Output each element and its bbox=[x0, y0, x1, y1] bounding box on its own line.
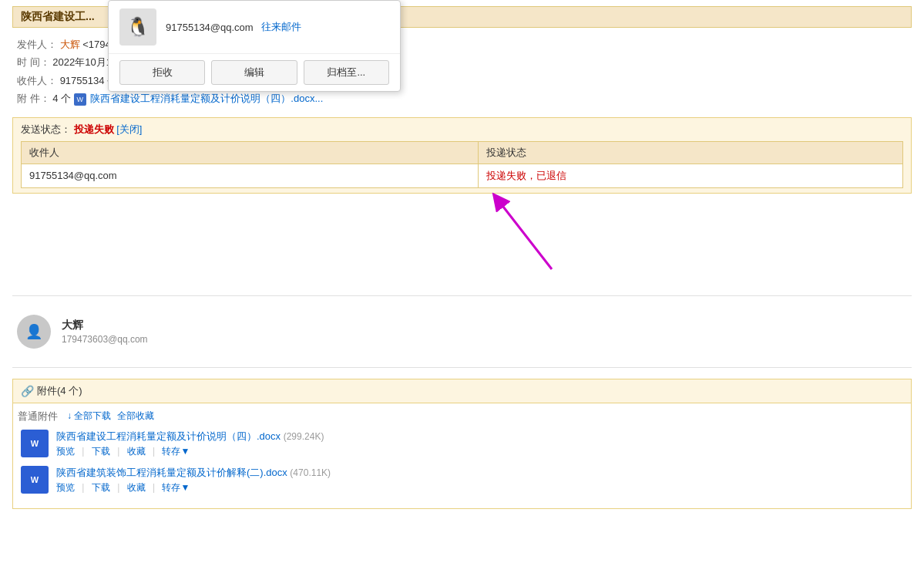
attach-size-2: (470.11K) bbox=[290, 467, 331, 478]
archive-button[interactable]: 归档至... bbox=[304, 60, 389, 85]
attach-details-2: 陕西省建筑装饰工程消耗量定额及计价解释(二).docx (470.11K) 预览… bbox=[56, 466, 331, 494]
save-link-2[interactable]: 转存▼ bbox=[162, 482, 190, 493]
arrow-annotation-area bbox=[12, 200, 912, 285]
attachments-body: 普通附件 ↓ 全部下载 全部收藏 W 陕西省建设工程消耗量定额及计价说明（四）.… bbox=[12, 403, 912, 509]
attach-item-2: W 陕西省建筑装饰工程消耗量定额及计价解释(二).docx (470.11K) … bbox=[18, 466, 906, 494]
preview-link-1[interactable]: 预览 bbox=[56, 446, 75, 457]
attach-details-1: 陕西省建设工程消耗量定额及计价说明（四）.docx (299.24K) 预览 |… bbox=[56, 430, 324, 458]
attach-category-actions: ↓ 全部下载 全部收藏 bbox=[64, 410, 154, 423]
clip-icon: 🔗 bbox=[21, 385, 34, 397]
attach-icon-letter-2: W bbox=[31, 475, 39, 484]
delivery-title-row: 发送状态： 投递失败 [关闭] bbox=[21, 123, 903, 137]
attachment-name-link[interactable]: 陕西省建设工程消耗量定额及计价说明（四）.docx... bbox=[90, 93, 323, 104]
attachments-divider bbox=[12, 367, 912, 368]
delivery-status-text: 投递失败 bbox=[74, 123, 114, 135]
attach-size-1: (299.24K) bbox=[284, 431, 324, 442]
email-subject: 陕西省建设工... bbox=[21, 10, 95, 22]
delivery-title-text: 发送状态： bbox=[21, 123, 71, 135]
attach-category: 普通附件 ↓ 全部下载 全部收藏 bbox=[18, 410, 906, 423]
attachment-label: 附 件： bbox=[17, 93, 50, 104]
attach-actions-2: 预览 | 下载 | 收藏 | 转存▼ bbox=[56, 481, 331, 494]
attachments-header-text: 附件(4 个) bbox=[37, 384, 82, 398]
delivery-close-link[interactable]: [关闭] bbox=[116, 123, 142, 135]
signature-avatar: 👤 bbox=[17, 315, 51, 349]
edit-button[interactable]: 编辑 bbox=[211, 60, 297, 85]
delivery-row: 91755134@qq.com 投递失败，已退信 bbox=[22, 164, 903, 187]
attachment-icon: W bbox=[74, 93, 86, 106]
attach-actions-1: 预览 | 下载 | 收藏 | 转存▼ bbox=[56, 445, 324, 458]
col-recipient: 收件人 bbox=[22, 141, 479, 164]
collect-link-2[interactable]: 收藏 bbox=[127, 482, 146, 493]
contact-mail-link[interactable]: 往来邮件 bbox=[261, 20, 301, 34]
attach-icon-letter-1: W bbox=[31, 439, 39, 448]
signature-name: 大辉 bbox=[62, 319, 148, 332]
download-all-link[interactable]: ↓ 全部下载 bbox=[67, 410, 111, 421]
attach-name-1: 陕西省建设工程消耗量定额及计价说明（四）.docx (299.24K) bbox=[56, 430, 324, 443]
download-link-1[interactable]: 下载 bbox=[92, 446, 110, 457]
sender-name[interactable]: 大辉 bbox=[60, 39, 80, 50]
attachment-count: 4 个 bbox=[52, 93, 71, 104]
arrow-svg bbox=[475, 184, 613, 277]
category-label: 普通附件 bbox=[18, 410, 58, 423]
attach-icon-1: W bbox=[21, 430, 49, 457]
attach-name-link-2[interactable]: 陕西省建筑装饰工程消耗量定额及计价解释(二).docx bbox=[56, 467, 287, 478]
attach-name-2: 陕西省建筑装饰工程消耗量定额及计价解释(二).docx (470.11K) bbox=[56, 466, 331, 480]
delivery-section: 发送状态： 投递失败 [关闭] 收件人 投递状态 91755134@qq.com… bbox=[12, 117, 912, 194]
save-link-1[interactable]: 转存▼ bbox=[162, 446, 190, 457]
sender-signature: 👤 大辉 179473603@qq.com bbox=[12, 307, 912, 356]
attach-item-1: W 陕西省建设工程消耗量定额及计价说明（四）.docx (299.24K) 预览… bbox=[18, 430, 906, 458]
attachments-header: 🔗 附件(4 个) bbox=[12, 379, 912, 403]
recipient-label: 收件人： bbox=[17, 75, 57, 86]
svg-line-1 bbox=[498, 200, 552, 269]
time-label: 时 间： bbox=[17, 56, 50, 68]
sender-label: 发件人： bbox=[17, 39, 57, 50]
contact-popup: 🐧 91755134@qq.com 往来邮件 拒收 编辑 归档至... bbox=[108, 0, 401, 92]
popup-email: 91755134@qq.com bbox=[166, 22, 254, 33]
collect-all-link[interactable]: 全部收藏 bbox=[117, 410, 154, 421]
popup-actions: 拒收 编辑 归档至... bbox=[109, 54, 400, 85]
popup-header: 🐧 91755134@qq.com 往来邮件 bbox=[109, 1, 400, 54]
signature-divider bbox=[12, 295, 912, 296]
attachment-row: 附 件： 4 个 W 陕西省建设工程消耗量定额及计价说明（四）.docx... bbox=[17, 89, 907, 107]
attach-name-link-1[interactable]: 陕西省建设工程消耗量定额及计价说明（四）.docx bbox=[56, 430, 281, 442]
signature-info: 大辉 179473603@qq.com bbox=[62, 319, 148, 345]
delivery-table: 收件人 投递状态 91755134@qq.com 投递失败，已退信 bbox=[21, 141, 903, 188]
preview-link-2[interactable]: 预览 bbox=[56, 482, 75, 493]
avatar-image: 🐧 bbox=[119, 8, 156, 46]
reject-button[interactable]: 拒收 bbox=[119, 60, 205, 85]
collect-link-1[interactable]: 收藏 bbox=[127, 446, 146, 457]
delivery-recipient: 91755134@qq.com bbox=[22, 164, 479, 187]
attach-icon-2: W bbox=[21, 466, 49, 494]
signature-email: 179473603@qq.com bbox=[62, 334, 148, 345]
download-link-2[interactable]: 下载 bbox=[92, 482, 110, 493]
popup-avatar: 🐧 bbox=[119, 8, 156, 46]
attachments-section: 🔗 附件(4 个) 普通附件 ↓ 全部下载 全部收藏 W 陕西省建设工程消耗量定… bbox=[12, 379, 912, 509]
col-status: 投递状态 bbox=[479, 141, 903, 164]
